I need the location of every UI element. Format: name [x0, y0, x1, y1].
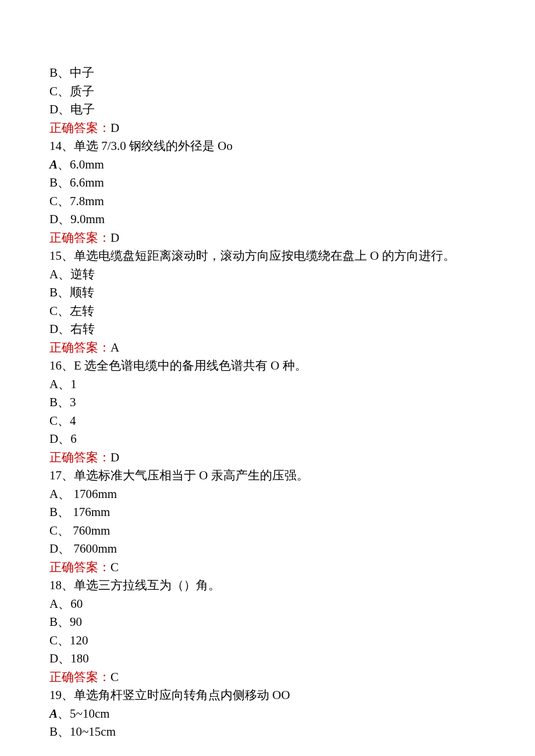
doc-line: 正确答案：C — [49, 558, 486, 577]
text-content: B、90 — [49, 615, 82, 629]
text-content: A、 1706mm — [49, 487, 117, 501]
option-value: 5~10cm — [70, 707, 110, 721]
doc-line: C、 760mm — [49, 522, 486, 540]
answer-value: A — [110, 341, 119, 354]
option-prefix: A — [49, 707, 58, 721]
doc-line: C、左转 — [49, 302, 486, 321]
option-separator: 、 — [58, 157, 70, 171]
doc-line: 正确答案：D — [49, 119, 486, 138]
text-content: A、逆转 — [49, 267, 95, 281]
text-content: C、120 — [49, 633, 88, 647]
text-content: A、60 — [49, 597, 83, 611]
doc-line: D、6 — [49, 430, 486, 449]
text-content: D、180 — [49, 651, 89, 665]
text-content: C、质子 — [49, 84, 94, 98]
doc-line: A、1 — [49, 375, 486, 394]
doc-line: B、3 — [49, 393, 486, 412]
doc-line: C、7.8mm — [49, 192, 486, 211]
doc-line: 正确答案：D — [49, 449, 486, 467]
text-content: A、1 — [49, 377, 77, 391]
doc-line: 正确答案：D — [49, 229, 486, 248]
option-prefix: A — [49, 157, 58, 171]
doc-line: 16、E 选全色谱电缆中的备用线色谱共有 O 种。 — [49, 357, 486, 375]
doc-line: D、 7600mm — [49, 540, 486, 558]
doc-line: B、 176mm — [49, 503, 486, 522]
answer-value: D — [110, 231, 119, 245]
text-content: C、 760mm — [49, 524, 110, 538]
text-content: C、7.8mm — [49, 194, 104, 208]
text-content: 17、单选标准大气压相当于 O 汞高产生的压强。 — [49, 468, 309, 482]
answer-value: C — [110, 560, 119, 574]
doc-line: A、60 — [49, 595, 486, 614]
answer-label: 正确答案： — [49, 670, 110, 684]
text-content: 19、单选角杆竖立时应向转角点内侧移动 OO — [49, 688, 290, 702]
answer-value: D — [110, 450, 119, 464]
doc-line: A、6.0mm — [49, 156, 486, 174]
text-content: 15、单选电缆盘短距离滚动时，滚动方向应按电缆绕在盘上 O 的方向进行。 — [49, 249, 455, 263]
answer-label: 正确答案： — [49, 121, 110, 135]
text-content: B、6.6mm — [49, 175, 104, 189]
text-content: B、中子 — [49, 66, 94, 80]
text-content: B、3 — [49, 395, 76, 409]
doc-line: 14、单选 7/3.0 钢绞线的外径是 Oo — [49, 137, 486, 156]
option-separator: 、 — [58, 707, 70, 721]
doc-line: A、5~10cm — [49, 705, 486, 723]
answer-value: D — [110, 121, 119, 135]
doc-line: C、120 — [49, 632, 486, 650]
text-content: D、电子 — [49, 102, 95, 116]
answer-label: 正确答案： — [49, 450, 110, 464]
text-content: B、10~15cm — [49, 725, 116, 739]
answer-label: 正确答案： — [49, 231, 110, 245]
answer-value: C — [110, 670, 119, 684]
doc-line: C、质子 — [49, 83, 486, 101]
answer-label: 正确答案： — [49, 341, 110, 354]
doc-line: D、电子 — [49, 101, 486, 119]
text-content: 18、单选三方拉线互为（）角。 — [49, 578, 220, 592]
option-value: 6.0mm — [70, 157, 104, 171]
doc-line: B、10~15cm — [49, 723, 486, 741]
text-content: D、右转 — [49, 322, 95, 336]
doc-line: 17、单选标准大气压相当于 O 汞高产生的压强。 — [49, 467, 486, 485]
doc-line: 15、单选电缆盘短距离滚动时，滚动方向应按电缆绕在盘上 O 的方向进行。 — [49, 247, 486, 266]
doc-line: D、右转 — [49, 320, 486, 339]
doc-line: A、逆转 — [49, 266, 486, 284]
text-content: D、9.0mm — [49, 212, 105, 226]
doc-line: B、90 — [49, 613, 486, 632]
text-content: B、 176mm — [49, 505, 110, 519]
doc-line: 正确答案：A — [49, 339, 486, 357]
doc-line: 正确答案：C — [49, 668, 486, 687]
doc-line: C、4 — [49, 412, 486, 431]
doc-line: D、180 — [49, 650, 486, 668]
text-content: C、左转 — [49, 304, 94, 318]
text-content: 14、单选 7/3.0 钢绞线的外径是 Oo — [49, 139, 233, 153]
text-content: B、顺转 — [49, 285, 94, 299]
answer-label: 正确答案： — [49, 560, 110, 574]
doc-line: 19、单选角杆竖立时应向转角点内侧移动 OO — [49, 686, 486, 705]
document-page: B、中子C、质子D、电子正确答案：D14、单选 7/3.0 钢绞线的外径是 Oo… — [0, 0, 535, 756]
doc-line: B、中子 — [49, 64, 486, 83]
doc-line: A、 1706mm — [49, 485, 486, 504]
doc-line: B、6.6mm — [49, 174, 486, 192]
text-content: D、6 — [49, 432, 77, 446]
text-content: 16、E 选全色谱电缆中的备用线色谱共有 O 种。 — [49, 359, 307, 372]
doc-line: 18、单选三方拉线互为（）角。 — [49, 576, 486, 595]
doc-line: D、9.0mm — [49, 210, 486, 229]
text-content: D、 7600mm — [49, 542, 117, 556]
doc-line: B、顺转 — [49, 284, 486, 302]
text-content: C、4 — [49, 414, 76, 428]
